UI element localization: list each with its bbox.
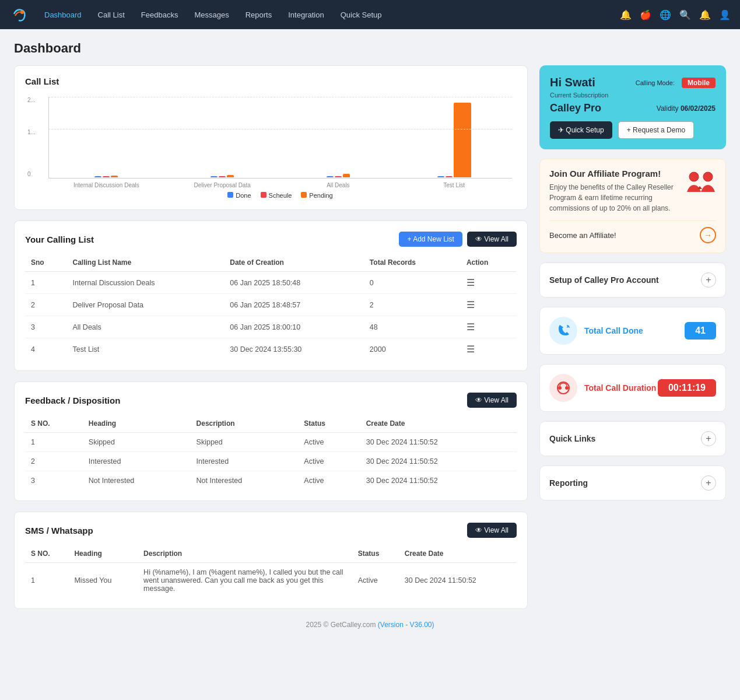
chart-bars: [48, 97, 512, 178]
footer-version-link[interactable]: (Version - V36.00): [378, 621, 434, 629]
table-row: 1 Skipped Skipped Active 30 Dec 2024 11:…: [25, 433, 517, 452]
cell-action[interactable]: ☰: [461, 294, 517, 316]
bar-done-1: [94, 176, 101, 177]
calling-mode-label: Calling Mode:: [636, 79, 675, 86]
affiliate-icon: [686, 169, 716, 202]
notification-icon[interactable]: 🔔: [620, 9, 632, 20]
nav-call-list[interactable]: Call List: [91, 7, 132, 23]
quick-setup-button[interactable]: ✈ Quick Setup: [550, 121, 612, 139]
setup-card[interactable]: Setup of Calley Pro Account +: [539, 262, 726, 298]
cell-date: 30 Dec 2024 11:50:52: [399, 563, 517, 598]
action-menu-icon[interactable]: ☰: [467, 322, 475, 332]
nav-dashboard[interactable]: Dashboard: [37, 7, 89, 23]
affiliate-arrow-icon: →: [700, 227, 716, 243]
reporting-card[interactable]: Reporting +: [539, 466, 726, 501]
navbar: Dashboard Call List Feedbacks Messages R…: [0, 0, 740, 29]
cell-date: 06 Jan 2025 18:50:48: [224, 272, 364, 294]
cell-status: Active: [298, 452, 360, 471]
cell-date: 30 Dec 2024 11:50:52: [360, 471, 517, 491]
logo[interactable]: [9, 4, 29, 26]
action-menu-icon[interactable]: ☰: [467, 300, 475, 310]
globe-icon[interactable]: 🌐: [660, 9, 671, 20]
cell-name: Deliver Proposal Data: [66, 294, 224, 316]
greeting-card: Hi Swati Calling Mode: Mobile Current Su…: [539, 65, 726, 149]
cell-sno: 1: [25, 563, 68, 598]
total-call-label: Total Call Done: [584, 326, 643, 335]
sms-col-sno: S NO.: [25, 545, 68, 563]
col-action: Action: [461, 254, 517, 272]
cell-heading: Missed You: [68, 563, 138, 598]
bell-icon[interactable]: 🔔: [699, 9, 711, 20]
add-new-list-button[interactable]: + Add New List: [399, 232, 462, 247]
table-row: 3 Not Interested Not Interested Active 3…: [25, 471, 517, 491]
cell-sno: 3: [25, 471, 83, 491]
quick-links-card[interactable]: Quick Links +: [539, 421, 726, 456]
bar-schedule-3: [335, 176, 342, 177]
cell-action[interactable]: ☰: [461, 272, 517, 294]
search-icon[interactable]: 🔍: [679, 9, 691, 20]
mode-badge: Mobile: [682, 78, 716, 88]
cell-date: 30 Dec 2024 11:50:52: [360, 452, 517, 471]
col-sno: Sno: [25, 254, 66, 272]
calling-list-card: Your Calling List + Add New List 👁 View …: [14, 220, 528, 371]
cell-desc: Hi (%name%), I am (%agent name%), I call…: [138, 563, 352, 598]
nav-messages[interactable]: Messages: [187, 7, 236, 23]
cell-status: Active: [298, 471, 360, 491]
fb-col-date: Create Date: [360, 415, 517, 433]
cell-sno: 3: [25, 316, 66, 338]
cell-sno: 1: [25, 433, 83, 452]
cell-desc: Not Interested: [191, 471, 299, 491]
cell-heading: Interested: [83, 452, 191, 471]
cell-name: Internal Discussion Deals: [66, 272, 224, 294]
x-label-2: Deliver Proposal Data: [164, 182, 280, 188]
request-demo-button[interactable]: + Request a Demo: [618, 121, 694, 139]
setup-plus-icon: +: [701, 272, 716, 288]
cell-desc: Interested: [191, 452, 299, 471]
sms-col-date: Create Date: [399, 545, 517, 563]
greeting-buttons: ✈ Quick Setup + Request a Demo: [550, 121, 716, 139]
affiliate-card: Join Our Affiliate Program! Enjoy the be…: [539, 159, 726, 253]
cell-records: 0: [364, 272, 461, 294]
x-label-1: Internal Discussion Deals: [48, 182, 164, 188]
call-list-title: Call List: [25, 76, 517, 86]
svg-point-3: [703, 172, 713, 181]
fb-col-sno: S NO.: [25, 415, 83, 433]
table-row: 1 Missed You Hi (%name%), I am (%agent n…: [25, 563, 517, 598]
nav-integration[interactable]: Integration: [281, 7, 331, 23]
apple-icon[interactable]: 🍎: [640, 9, 651, 20]
cell-records: 48: [364, 316, 461, 338]
cell-action[interactable]: ☰: [461, 338, 517, 360]
bar-group-4: [396, 103, 512, 177]
greeting-name: Hi Swati: [550, 76, 595, 89]
sms-view-all-button[interactable]: 👁 View All: [467, 523, 517, 538]
left-column: Call List 2... 1... 0: [14, 65, 528, 609]
svg-point-1: [20, 10, 24, 14]
cell-sno: 1: [25, 272, 66, 294]
feedback-header: Feedback / Disposition 👁 View All: [25, 393, 517, 408]
footer-text: 2025 © GetCalley.com: [306, 621, 376, 629]
page-content: Dashboard Call List 2... 1... 0: [0, 29, 740, 652]
user-icon[interactable]: 👤: [719, 9, 731, 20]
svg-point-5: [558, 386, 562, 390]
feedback-table: S NO. Heading Description Status Create …: [25, 415, 517, 490]
cell-date: 30 Dec 2024 13:55:30: [224, 338, 364, 360]
bar-done-4: [437, 176, 444, 177]
table-row: 1 Internal Discussion Deals 06 Jan 2025 …: [25, 272, 517, 294]
fb-col-desc: Description: [191, 415, 299, 433]
calling-list-table: Sno Calling List Name Date of Creation T…: [25, 254, 517, 360]
nav-reports[interactable]: Reports: [239, 7, 279, 23]
calling-list-header: Your Calling List + Add New List 👁 View …: [25, 232, 517, 247]
y-label-1: 1...: [27, 129, 36, 135]
cell-date: 06 Jan 2025 18:48:57: [224, 294, 364, 316]
calling-list-view-all-button[interactable]: 👁 View All: [467, 232, 517, 247]
sms-col-status: Status: [352, 545, 399, 563]
cell-name: All Deals: [66, 316, 224, 338]
feedback-view-all-button[interactable]: 👁 View All: [467, 393, 517, 408]
nav-quick-setup[interactable]: Quick Setup: [334, 7, 389, 23]
action-menu-icon[interactable]: ☰: [467, 344, 475, 354]
nav-feedbacks[interactable]: Feedbacks: [134, 7, 185, 23]
feedback-card: Feedback / Disposition 👁 View All S NO. …: [14, 382, 528, 501]
become-affiliate[interactable]: Become an Affiliate! →: [549, 220, 716, 243]
action-menu-icon[interactable]: ☰: [467, 278, 475, 288]
cell-action[interactable]: ☰: [461, 316, 517, 338]
